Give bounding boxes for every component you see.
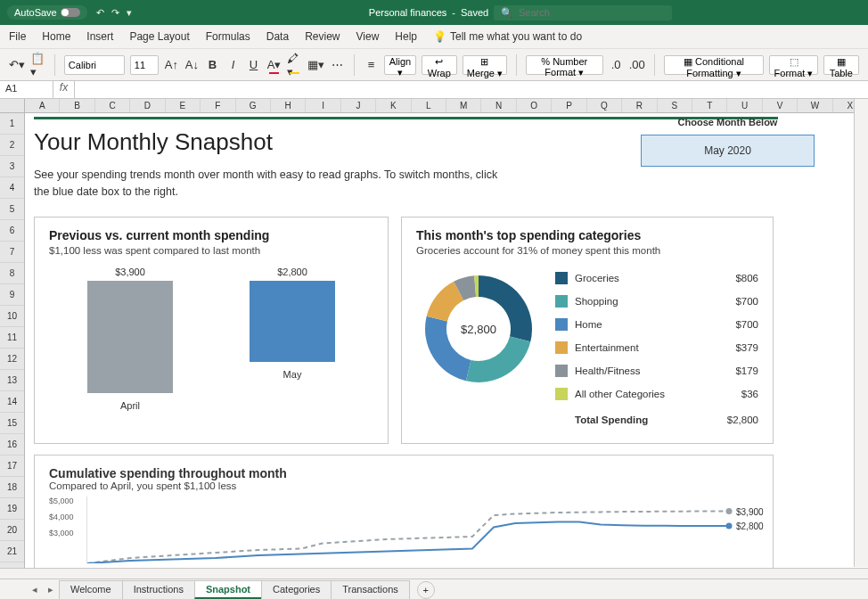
col-header[interactable]: M (446, 99, 481, 112)
format-button[interactable]: ⬚ Format ▾ (769, 55, 817, 75)
menu-file[interactable]: File (9, 30, 26, 43)
undo-button[interactable]: ↶▾ (9, 55, 25, 75)
font-shrink-icon[interactable]: A↓ (184, 55, 200, 75)
row-header[interactable]: 19 (0, 498, 24, 520)
col-header[interactable]: A (25, 99, 60, 112)
sheet-tab[interactable]: Welcome (59, 580, 122, 599)
autosave-toggle[interactable]: AutoSave (7, 5, 87, 20)
row-header[interactable]: 10 (0, 306, 24, 327)
row-header[interactable]: 1 (0, 113, 24, 135)
fx-icon[interactable]: fx (53, 81, 75, 98)
qat-dropdown-icon[interactable]: ▾ (127, 7, 132, 19)
clipboard-button[interactable]: 📋▾ (30, 55, 45, 75)
font-name-select[interactable] (64, 55, 125, 75)
conditional-formatting-button[interactable]: ▦ Conditional Formatting ▾ (664, 55, 765, 75)
col-header[interactable]: N (481, 99, 516, 112)
sheet-tab[interactable]: Categories (261, 580, 331, 599)
col-header[interactable]: C (95, 99, 130, 112)
search-input[interactable] (519, 7, 665, 18)
sheet-canvas[interactable]: Your Monthly Snapshot See your spending … (25, 113, 868, 568)
col-header[interactable]: W (798, 99, 832, 112)
number-format-dropdown[interactable]: % Number Format ▾ (526, 55, 603, 75)
col-header[interactable]: J (341, 99, 376, 112)
row-header[interactable]: 13 (0, 370, 24, 391)
tab-nav-next-icon[interactable]: ▸ (43, 584, 59, 595)
borders-button[interactable]: ▦▾ (307, 55, 324, 75)
col-header[interactable]: G (236, 99, 271, 112)
horizontal-scrollbar[interactable] (0, 568, 868, 578)
row-header[interactable]: 12 (0, 349, 24, 370)
col-header[interactable]: H (271, 99, 306, 112)
row-header[interactable]: 18 (0, 477, 24, 498)
sheet-tab[interactable]: Instructions (122, 580, 194, 599)
tell-me[interactable]: 💡Tell me what you want to do (433, 30, 582, 43)
row-header[interactable]: 3 (0, 156, 24, 177)
more-font-icon[interactable]: ⋯ (330, 55, 345, 75)
row-header[interactable]: 7 (0, 242, 24, 263)
name-box[interactable]: A1 (0, 81, 53, 98)
increase-decimal-icon[interactable]: .00 (629, 55, 645, 75)
row-header[interactable]: 20 (0, 520, 24, 541)
italic-button[interactable]: I (225, 55, 241, 75)
undo-icon[interactable]: ↶ (96, 7, 104, 19)
col-header[interactable]: E (166, 99, 201, 112)
row-header[interactable]: 15 (0, 413, 24, 434)
row-header[interactable]: 9 (0, 284, 24, 306)
col-header[interactable]: R (622, 99, 657, 112)
col-header[interactable]: K (376, 99, 411, 112)
menu-help[interactable]: Help (395, 30, 417, 43)
row-header[interactable]: 6 (0, 220, 24, 242)
row-header[interactable]: 2 (0, 135, 24, 156)
font-grow-icon[interactable]: A↑ (164, 55, 179, 75)
row-header[interactable]: 11 (0, 327, 24, 349)
font-color-button[interactable]: A▾ (266, 55, 282, 75)
align-icon[interactable]: ≡ (364, 55, 379, 75)
decrease-decimal-icon[interactable]: .0 (609, 55, 624, 75)
menu-insert[interactable]: Insert (86, 30, 113, 43)
tab-nav-prev-icon[interactable]: ◂ (27, 584, 43, 595)
wrap-button[interactable]: ↩ Wrap (422, 55, 457, 75)
month-selector[interactable]: May 2020 (641, 135, 815, 167)
col-header[interactable]: B (60, 99, 94, 112)
row-header[interactable]: 4 (0, 177, 24, 199)
menu-review[interactable]: Review (305, 30, 340, 43)
col-header[interactable]: S (658, 99, 692, 112)
menu-view[interactable]: View (356, 30, 380, 43)
menu-formulas[interactable]: Formulas (206, 30, 250, 43)
menu-data[interactable]: Data (266, 30, 289, 43)
select-all-corner[interactable] (0, 99, 25, 112)
add-sheet-button[interactable]: + (417, 581, 435, 599)
col-header[interactable]: Q (587, 99, 622, 112)
table-button[interactable]: ▦ Table (823, 55, 859, 75)
sheet-tab[interactable]: Transactions (331, 580, 410, 599)
menu-page-layout[interactable]: Page Layout (129, 30, 189, 43)
align-dropdown[interactable]: Align ▾ (384, 55, 416, 75)
formula-input[interactable] (75, 81, 868, 98)
col-header[interactable]: L (412, 99, 446, 112)
row-header[interactable]: 16 (0, 434, 24, 455)
row-header[interactable]: 14 (0, 391, 24, 413)
col-header[interactable]: U (727, 99, 762, 112)
fill-color-button[interactable]: 🖍▾ (287, 55, 302, 75)
col-header[interactable]: I (306, 99, 340, 112)
row-header[interactable]: 17 (0, 455, 24, 477)
row-header[interactable]: 5 (0, 199, 24, 220)
row-header[interactable]: 21 (0, 541, 24, 562)
sheet-tab[interactable]: Snapshot (194, 580, 261, 599)
menu-home[interactable]: Home (42, 30, 70, 43)
redo-icon[interactable]: ↷ (111, 7, 119, 19)
col-header[interactable]: V (763, 99, 798, 112)
merge-button[interactable]: ⊞ Merge ▾ (463, 55, 508, 75)
col-header[interactable]: F (201, 99, 235, 112)
bold-button[interactable]: B (205, 55, 220, 75)
col-header[interactable]: P (552, 99, 586, 112)
search-box[interactable]: 🔍 (494, 5, 672, 21)
ribbon: ↶▾ 📋▾ A↑ A↓ B I U A▾ 🖍▾ ▦▾ ⋯ ≡ Align ▾ ↩… (0, 49, 868, 81)
vertical-scrollbar[interactable] (854, 99, 868, 567)
col-header[interactable]: D (130, 99, 165, 112)
col-header[interactable]: O (517, 99, 552, 112)
col-header[interactable]: T (692, 99, 727, 112)
row-header[interactable]: 8 (0, 263, 24, 284)
underline-button[interactable]: U (246, 55, 261, 75)
font-size-select[interactable] (130, 55, 159, 75)
